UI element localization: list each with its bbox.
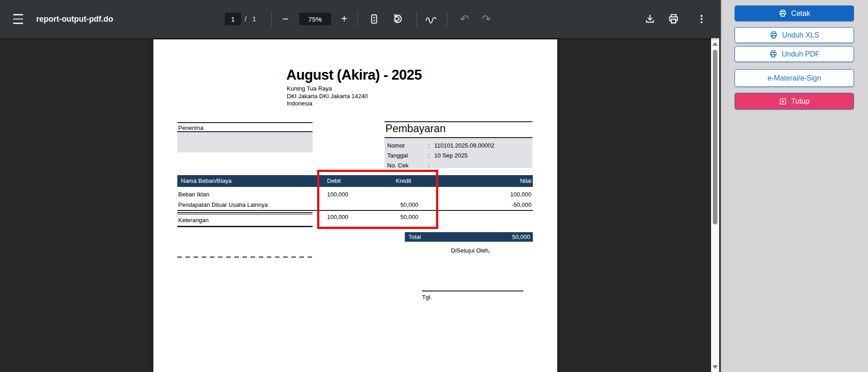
colon: : [428,142,430,149]
pembayaran-row: Nomor : 110101.2025.09.00002 [387,142,530,148]
pembayaran-info-box: Nomor : 110101.2025.09.00002 Tanggal : 1… [384,137,532,168]
scroll-up-arrow-icon[interactable] [712,42,718,46]
toolbar-divider [357,11,358,27]
unduh-pdf-label: Unduh PDF [782,50,820,58]
penerima-value-box [177,132,313,153]
scroll-down-arrow-icon[interactable] [712,365,718,369]
pembayaran-top-rule [384,121,532,122]
pembayaran-row: No. Cek : [387,162,530,168]
pdf-toolbar: report-output-pdf.do 1 / 1 − 75% + [0,0,720,38]
annotate-draw-icon[interactable] [424,13,438,25]
dashed-cut-line [177,257,313,258]
unduh-xls-button[interactable]: Unduh XLS [735,27,854,43]
zoom-in-button[interactable]: + [337,12,352,25]
red-highlight-box [317,170,438,229]
keterangan-label: Keterangan [178,217,209,224]
printer-icon [778,9,787,18]
redo-icon[interactable]: ↷ [479,12,494,26]
row-name: Beban Iklan [178,191,209,198]
field-value: 110101.2025.09.00002 [434,142,494,149]
row-nilai: -50,000 [512,201,531,208]
approval-label: DiSetujui Oleh, [451,247,490,254]
menu-icon[interactable] [13,14,24,24]
signature-line [422,291,523,291]
unduh-pdf-button[interactable]: Unduh PDF [735,46,854,62]
tgl-label: Tgl. [422,294,432,300]
scrollbar-thumb[interactable] [713,50,717,224]
col-header-name: Nama Beban/Biaya [181,175,232,187]
keterangan-rule [177,212,313,213]
field-label: Nomor [387,142,405,149]
pembayaran-row: Tanggal : 10 Sep 2025 [387,152,530,158]
penerima-label: Penerima [178,124,204,131]
page-total: 1 [252,15,256,23]
page-number-input[interactable]: 1 [225,13,241,25]
unduh-xls-label: Unduh XLS [782,31,819,39]
download-icon[interactable] [644,13,656,25]
undo-icon[interactable]: ↶ [457,12,472,26]
address-line: Indonesia [287,100,368,108]
toolbar-divider [417,11,417,27]
printer-pdf-icon [769,50,778,58]
e-materai-label: e-Materai/e-Sign [768,74,821,82]
printer-xls-icon [769,31,778,39]
keterangan-rule [177,214,313,215]
field-value: 10 Sep 2025 [434,152,468,159]
grand-total-bar: Total 50,000 [405,232,533,242]
rotate-icon[interactable] [391,13,403,25]
field-label: Tanggal [387,152,408,159]
colon: : [428,152,430,159]
close-box-icon [779,97,787,105]
colon: : [428,162,430,169]
keterangan-bottom-rule [177,226,313,227]
address-line: Kuning Tua Raya [287,85,368,93]
pdf-viewer: report-output-pdf.do 1 / 1 − 75% + [0,0,720,372]
penerima-top-rule [177,122,313,123]
tutup-button[interactable]: Tutup [735,93,854,110]
print-icon[interactable] [668,13,679,25]
fit-to-page-icon[interactable] [368,13,380,25]
field-label: No. Cek [387,162,408,169]
col-header-nilai: Nilai [520,175,531,187]
more-options-icon[interactable] [696,13,707,25]
grand-total-label: Total [408,232,421,242]
zoom-out-button[interactable]: − [278,13,293,25]
grand-total-value: 50,000 [512,232,530,242]
vertical-scrollbar[interactable] [711,38,719,372]
report-title: August (Akira) - 2025 [286,67,422,83]
report-address: Kuning Tua Raya DKI Jakarta DKI Jakarta … [287,85,368,108]
address-line: DKI Jakarta DKI Jakarta 14240 [287,93,368,100]
pembayaran-heading: Pembayaran [385,123,446,135]
toolbar-divider [447,11,447,27]
document-filename: report-output-pdf.do [36,14,113,24]
tutup-label: Tutup [791,97,809,105]
action-sidebar: Cetak Unduh XLS Unduh PDF e-Materai/e-Si… [721,0,868,372]
e-materai-e-sign-button[interactable]: e-Materai/e-Sign [735,69,854,87]
toolbar-divider [271,11,272,27]
cetak-label: Cetak [791,10,810,18]
page-separator: / [245,15,247,23]
cetak-button[interactable]: Cetak [735,5,854,21]
pdf-page: August (Akira) - 2025 Kuning Tua Raya DK… [153,39,557,372]
row-name: Pendapatan Diluar Usaha Lainnya [178,201,268,208]
row-nilai: 100,000 [510,191,531,198]
zoom-level-input[interactable]: 75% [299,13,331,25]
